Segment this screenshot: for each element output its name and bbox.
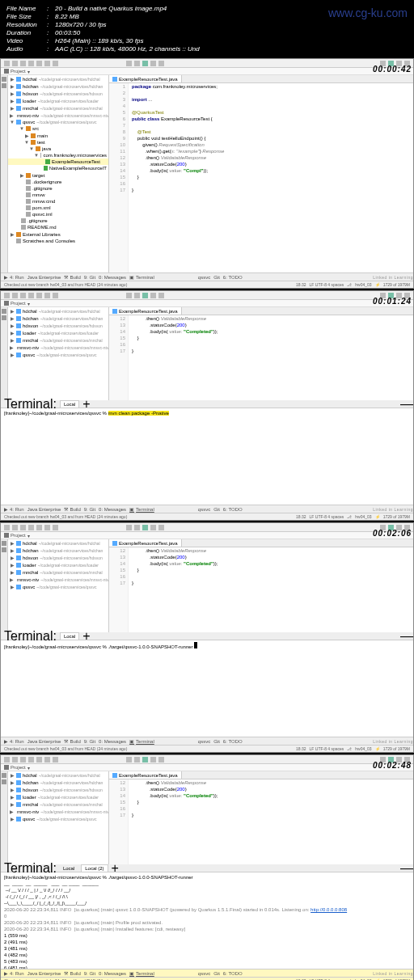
tool-window-bar-left[interactable]	[1, 75, 8, 272]
run-icon[interactable]	[142, 757, 148, 762]
tree-item[interactable]: .gitignore	[8, 185, 108, 192]
run-tab[interactable]: ▶ 4: Run	[4, 506, 24, 512]
build-tab[interactable]: ⚒ Build	[64, 506, 80, 512]
structure-tool-icon[interactable]	[2, 315, 6, 320]
run-icon[interactable]	[142, 525, 148, 530]
code-editor[interactable]: 121314151617 .then() ValidatableResponse…	[109, 547, 413, 632]
file-icon[interactable]	[4, 293, 10, 298]
project-dropdown[interactable]: Project ▾	[4, 533, 30, 539]
stop-icon[interactable]	[158, 61, 164, 66]
tree-item[interactable]: ▶hdchan ~/code/graal-microservices/hdcha…	[8, 779, 108, 786]
terminal-panel[interactable]: [franknoley]~/code/graal-microservices/q…	[1, 872, 413, 969]
project-dropdown[interactable]: Project ▾	[4, 765, 30, 771]
java-ee-tab[interactable]: Java Enterprise	[27, 739, 61, 744]
git-indicator[interactable]: Git	[213, 507, 220, 512]
terminal-tabs[interactable]: Terminal: Local + —	[1, 632, 413, 640]
run-tab[interactable]: ▶ 4: Run	[4, 970, 24, 976]
tree-item[interactable]: ▼java	[8, 146, 108, 152]
save-icon[interactable]	[12, 293, 18, 298]
terminal-tab-local2[interactable]: Local (2)	[81, 864, 108, 872]
tree-item[interactable]: ▶qssvc ~/code/graal-microservices/qssvc	[8, 351, 108, 358]
project-tool-icon[interactable]	[2, 541, 6, 546]
stop-icon[interactable]	[158, 757, 164, 762]
config-icon[interactable]	[126, 757, 132, 762]
terminal-tab[interactable]: ▣ Terminal	[129, 738, 154, 744]
terminal-tabs[interactable]: Terminal: Local + —	[1, 400, 413, 408]
main-toolbar[interactable]	[1, 755, 413, 764]
messages-tab[interactable]: 0: Messages	[99, 507, 126, 512]
hammer-icon[interactable]	[134, 61, 140, 66]
git-tab[interactable]: 9: Git	[84, 507, 95, 512]
tree-item[interactable]: qssvc.iml	[8, 211, 108, 218]
tree-item[interactable]: README.md	[8, 224, 108, 230]
build-tab[interactable]: ⚒ Build	[64, 274, 80, 280]
hammer-icon[interactable]	[134, 525, 140, 530]
run-icon[interactable]	[142, 61, 148, 66]
tree-item[interactable]: ▶hdchan ~/code/graal-microservices/hdcha…	[8, 315, 108, 322]
main-toolbar[interactable]	[1, 291, 413, 300]
file-icon[interactable]	[4, 61, 10, 66]
todo-tab[interactable]: 6: TODO	[223, 507, 243, 512]
terminal-tabs[interactable]: Terminal: Local Local (2) + —	[1, 864, 413, 872]
tree-item[interactable]: ▶hdchan ~/code/graal-microservices/hdcha…	[8, 82, 108, 90]
git-tab[interactable]: 9: Git	[84, 739, 95, 744]
qssvc-tab[interactable]: qssvc	[198, 275, 210, 280]
terminal-tab-local[interactable]: Local	[60, 865, 78, 872]
code-editor[interactable]: 1234567891011121314151617 package com.fr…	[109, 83, 413, 272]
editor-tab-bar[interactable]: ExampleResourceTest.java	[109, 539, 413, 547]
tree-item[interactable]: ▶target	[8, 171, 108, 179]
project-tree[interactable]: ▶hdchal ~/code/graal-microservices/hdcha…	[8, 771, 109, 864]
tree-item-ext-libs[interactable]: ▶External Libraries	[8, 230, 108, 238]
editor-tab[interactable]: ExampleResourceTest.java	[109, 539, 182, 547]
terminal-tab-local[interactable]: Local	[60, 632, 79, 640]
terminal-panel[interactable]: [franknoley]~/code/graal-microservices/q…	[1, 640, 413, 737]
stop-icon[interactable]	[158, 293, 164, 298]
tree-item[interactable]: ▶loader ~/code/graal-microservices/loade…	[8, 97, 108, 104]
tree-item[interactable]: ▶qssvc ~/code/graal-microservices/qssvc	[8, 815, 108, 822]
tree-item[interactable]: ▼src	[8, 125, 108, 132]
messages-tab[interactable]: 0: Messages	[99, 275, 126, 280]
copy-icon[interactable]	[44, 757, 50, 762]
tool-window-bar-left[interactable]	[1, 771, 8, 864]
tree-item[interactable]: ▶main	[8, 132, 108, 139]
bottom-tool-tabs[interactable]: ▶ 4: Run Java Enterprise ⚒ Build 9: Git …	[1, 969, 413, 977]
build-tab[interactable]: ⚒ Build	[64, 738, 80, 744]
paste-icon[interactable]	[53, 293, 58, 298]
terminal-tab-local[interactable]: Local	[60, 400, 79, 408]
qssvc-tab[interactable]: qssvc	[198, 507, 210, 512]
run-tab[interactable]: ▶ 4: Run	[4, 738, 24, 744]
tree-item[interactable]: ▶loader ~/code/graal-microservices/loade…	[8, 561, 108, 568]
file-icon[interactable]	[4, 525, 10, 530]
cut-icon[interactable]	[36, 525, 42, 530]
tree-item[interactable]: ▶hdchal ~/code/graal-microservices/hdcha…	[8, 307, 108, 315]
git-indicator[interactable]: Git	[213, 275, 220, 280]
run-tab[interactable]: ▶ 4: Run	[4, 274, 24, 280]
tree-item[interactable]: ▶hdsvon ~/code/graal-microservices/hdsvo…	[8, 90, 108, 97]
terminal-tab[interactable]: ▣ Terminal	[129, 506, 154, 512]
paste-icon[interactable]	[53, 525, 58, 530]
save-icon[interactable]	[12, 757, 18, 762]
project-tool-icon[interactable]	[2, 773, 6, 778]
tree-item[interactable]: ExampleResourceTest	[8, 158, 108, 165]
qssvc-tab[interactable]: qssvc	[198, 739, 210, 744]
config-icon[interactable]	[126, 293, 132, 298]
editor-tab[interactable]: ExampleResourceTest.java	[109, 75, 182, 82]
cut-icon[interactable]	[36, 293, 42, 298]
todo-tab[interactable]: 6: TODO	[223, 971, 243, 976]
qssvc-tab[interactable]: qssvc	[198, 971, 210, 976]
hammer-icon[interactable]	[134, 293, 140, 298]
save-icon[interactable]	[12, 61, 18, 66]
tree-item[interactable]: ▶loader ~/code/graal-microservices/loade…	[8, 329, 108, 336]
project-tree[interactable]: ▶hdchal ~/code/graal-microservices/hdcha…	[8, 307, 109, 400]
tree-item[interactable]: ▶hdchal ~/code/graal-microservices/hdcha…	[8, 771, 108, 779]
save-icon[interactable]	[12, 525, 18, 530]
undo-icon[interactable]	[20, 757, 26, 762]
messages-tab[interactable]: 0: Messages	[99, 739, 126, 744]
debug-icon[interactable]	[150, 61, 156, 66]
project-dropdown[interactable]: Project ▾	[4, 301, 30, 306]
editor-tab-bar[interactable]: ExampleResourceTest.java	[109, 307, 413, 315]
git-tab[interactable]: 9: Git	[84, 971, 95, 976]
tree-item[interactable]: ▶mnsvc-ntv ~/code/graal-microservices/mn…	[8, 344, 108, 351]
debug-icon[interactable]	[150, 293, 156, 298]
main-toolbar[interactable]	[1, 523, 413, 532]
